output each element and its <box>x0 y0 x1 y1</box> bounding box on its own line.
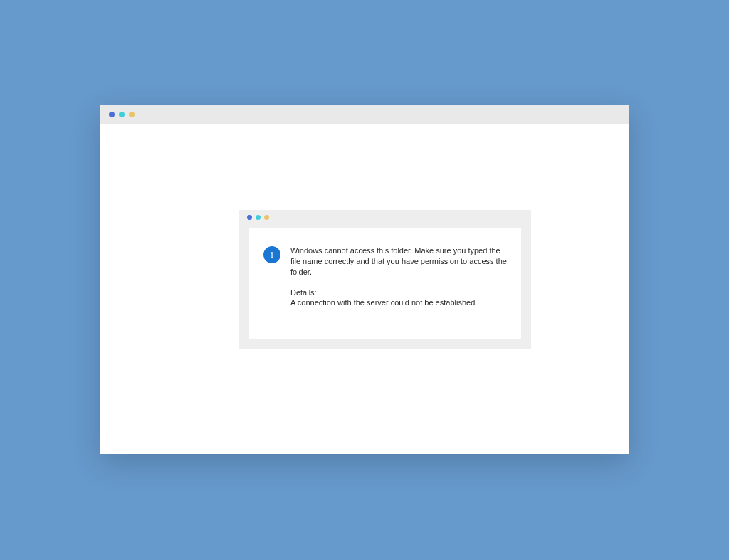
dialog-details-text: A connection with the server could not b… <box>290 297 507 308</box>
maximize-icon[interactable] <box>264 215 269 220</box>
main-window-titlebar <box>100 105 629 124</box>
dialog-body: i Windows cannot access this folder. Mak… <box>249 228 521 339</box>
close-icon[interactable] <box>109 112 115 117</box>
dialog-titlebar <box>239 210 531 224</box>
dialog-details-label: Details: <box>290 287 507 298</box>
dialog-message: Windows cannot access this folder. Make … <box>290 245 507 278</box>
error-dialog: i Windows cannot access this folder. Mak… <box>239 210 531 349</box>
minimize-icon[interactable] <box>256 215 261 220</box>
minimize-icon[interactable] <box>119 112 125 117</box>
dialog-text: Windows cannot access this folder. Make … <box>290 245 507 308</box>
maximize-icon[interactable] <box>129 112 135 117</box>
close-icon[interactable] <box>247 215 252 220</box>
info-icon: i <box>263 246 280 263</box>
